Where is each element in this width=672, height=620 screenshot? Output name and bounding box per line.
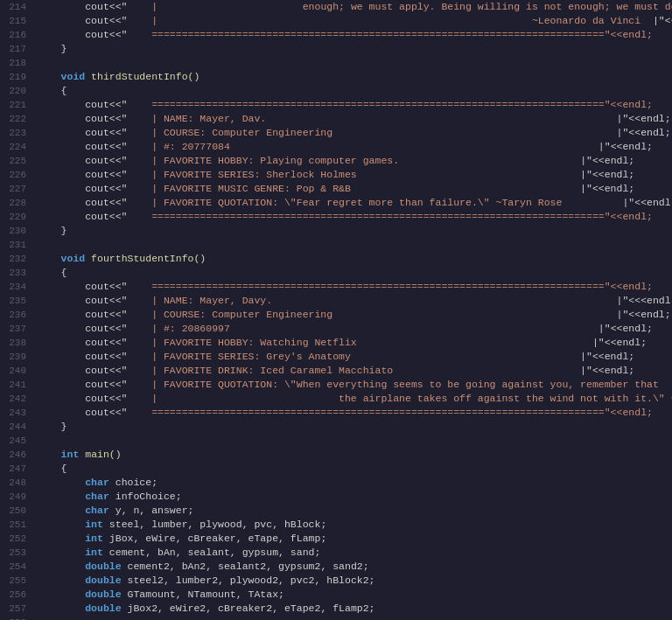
code-line: double GTamount, NTamount, TAtax; [37,588,672,602]
line-number: 241 [0,378,33,392]
line-number: 238 [0,336,33,350]
line-number: 214 [0,0,33,14]
code-line: cout<<" | FAVORITE HOBBY: Watching Netfl… [37,336,672,350]
code-line: double jBox2, eWire2, cBreaker2, eTape2,… [37,602,672,616]
line-number: 254 [0,560,33,574]
line-number: 220 [0,84,33,98]
code-line: cout<<" | ~Leonardo da Vinci |"<<endl; [37,14,672,28]
code-line: cout<<" | FAVORITE SERIES: Sherlock Holm… [37,168,672,182]
code-line [37,434,672,448]
line-number: 256 [0,588,33,602]
line-number: 251 [0,518,33,532]
line-number: 217 [0,42,33,56]
code-editor: 2142152162172182192202212222232242252262… [0,0,672,620]
code-line: { [37,84,672,98]
code-line: char choice; [37,476,672,490]
code-line: char infoChoice; [37,490,672,504]
line-number: 234 [0,280,33,294]
code-line: cout<<" ================================… [37,280,672,294]
code-line: char y, n, answer; [37,504,672,518]
code-line: double cement2, bAn2, sealant2, gypsum2,… [37,560,672,574]
code-line: cout<<" ================================… [37,98,672,112]
line-number: 252 [0,532,33,546]
line-number: 242 [0,392,33,406]
line-number: 237 [0,322,33,336]
code-line: cout<<" ================================… [37,406,672,420]
line-number: 250 [0,504,33,518]
code-line: cout<<" | FAVORITE HOBBY: Playing comput… [37,154,672,168]
code-line: int jBox, eWire, cBreaker, eTape, fLamp; [37,532,672,546]
line-number: 222 [0,112,33,126]
line-number: 233 [0,266,33,280]
code-line [37,616,672,620]
code-line: double steel2, lumber2, plywood2, pvc2, … [37,574,672,588]
line-number: 245 [0,434,33,448]
code-line: cout<<" | COURSE: Computer Engineering |… [37,308,672,322]
code-line: cout<<" | FAVORITE MUSIC GENRE: Pop & R&… [37,182,672,196]
code-line: cout<<" ================================… [37,210,672,224]
code-line: { [37,266,672,280]
code-line: } [37,224,672,238]
code-line: cout<<" ================================… [37,28,672,42]
line-number: 232 [0,252,33,266]
line-number: 248 [0,476,33,490]
code-line: cout<<" | NAME: Mayer, Davy. |"<<<endl; [37,294,672,308]
code-line [37,56,672,70]
code-line: } [37,42,672,56]
code-line [37,238,672,252]
code-line: cout<<" | COURSE: Computer Engineering |… [37,126,672,140]
code-line: cout<<" | #: 20860997 |"<<endl; [37,322,672,336]
code-line: int steel, lumber, plywood, pvc, hBlock; [37,518,672,532]
line-number: 244 [0,420,33,434]
line-number: 228 [0,196,33,210]
line-number: 258 [0,616,33,620]
line-number: 223 [0,126,33,140]
code-line: void thirdStudentInfo() [37,70,672,84]
code-line: void fourthStudentInfo() [37,252,672,266]
code-line: cout<<" | FAVORITE SERIES: Grey's Anatom… [37,350,672,364]
line-number: 218 [0,56,33,70]
line-number: 226 [0,168,33,182]
code-line: cout<<" | FAVORITE QUOTATION: \"When eve… [37,378,672,392]
line-number: 247 [0,462,33,476]
line-number: 255 [0,574,33,588]
line-number: 236 [0,308,33,322]
code-line: cout<<" | #: 20777084 |"<<endl; [37,140,672,154]
line-number: 215 [0,14,33,28]
line-numbers: 2142152162172182192202212222232242252262… [0,0,33,620]
line-number: 219 [0,70,33,84]
line-number: 240 [0,364,33,378]
line-number: 257 [0,602,33,616]
line-number: 227 [0,182,33,196]
line-number: 239 [0,350,33,364]
line-number: 225 [0,154,33,168]
line-number: 235 [0,294,33,308]
code-line: cout<<" | the airplane takes off against… [37,392,672,406]
line-number: 246 [0,448,33,462]
line-number: 249 [0,490,33,504]
code-line: cout<<" | NAME: Mayer, Dav. |"<<endl; [37,112,672,126]
line-number: 221 [0,98,33,112]
line-number: 231 [0,238,33,252]
line-number: 253 [0,546,33,560]
code-line: } [37,420,672,434]
code-line: int main() [37,448,672,462]
code-area[interactable]: cout<<" | enough; we must apply. Being w… [33,0,672,620]
code-line: int cement, bAn, sealant, gypsum, sand; [37,546,672,560]
code-line: cout<<" | enough; we must apply. Being w… [37,0,672,14]
code-line: cout<<" | FAVORITE DRINK: Iced Caramel M… [37,364,672,378]
line-number: 230 [0,224,33,238]
line-number: 216 [0,28,33,42]
line-number: 243 [0,406,33,420]
line-number: 229 [0,210,33,224]
code-line: { [37,462,672,476]
code-line: cout<<" | FAVORITE QUOTATION: \"Fear reg… [37,196,672,210]
line-number: 224 [0,140,33,154]
